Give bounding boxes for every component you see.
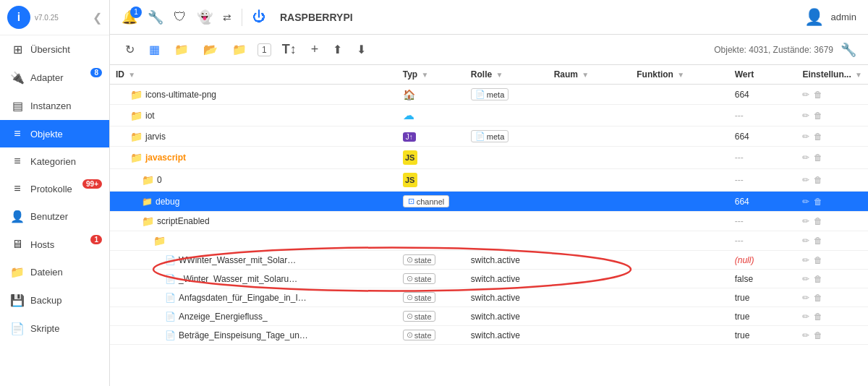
text-button[interactable]: T↕	[278, 40, 300, 59]
edit-icon[interactable]: ✏	[802, 293, 809, 303]
edit-icon[interactable]: ✏	[802, 132, 809, 142]
state-dot-icon: ⊙	[407, 293, 413, 302]
sidebar-item-dateien[interactable]: 📁 Dateien	[0, 258, 109, 286]
objekte-label: Objekte	[30, 129, 63, 140]
power-icon[interactable]: ⏻	[252, 9, 265, 25]
row-wert: 664	[729, 192, 797, 212]
sidebar-item-hosts[interactable]: 🖥 Hosts 1	[0, 231, 109, 258]
edit-icon[interactable]: ✏	[802, 197, 809, 207]
table-row[interactable]: 📁 debug ⊡ channel 664	[110, 192, 868, 212]
row-type: ⊡ channel	[397, 192, 465, 212]
delete-icon[interactable]: 🗑	[814, 153, 822, 163]
add-button[interactable]: +	[307, 40, 323, 59]
delete-icon[interactable]: 🗑	[814, 175, 822, 185]
row-actions: ✏🗑	[796, 126, 868, 147]
row-type	[397, 212, 465, 231]
table-row[interactable]: 📁 --- ✏🗑	[110, 231, 868, 251]
delete-icon[interactable]: 🗑	[814, 330, 822, 340]
edit-icon[interactable]: ✏	[802, 111, 809, 121]
col-funktion: Funktion ▼	[631, 65, 729, 85]
folder-icon: 📁	[130, 89, 142, 100]
logo-icon: i	[7, 6, 30, 29]
instanzen-icon: ▤	[10, 99, 25, 113]
row-wert: ---	[729, 147, 797, 169]
sidebar-item-skripte[interactable]: 📄 Skripte	[0, 314, 109, 343]
edit-icon[interactable]: ✏	[802, 216, 809, 226]
folder-blue-button[interactable]: 📁	[229, 40, 250, 59]
numbered-button[interactable]: 1	[258, 43, 271, 56]
sidebar-item-adapter[interactable]: 🔌 Adapter 8	[0, 64, 109, 92]
delete-icon[interactable]: 🗑	[814, 312, 822, 322]
table-row[interactable]: 📁 jarvis J↑ 📄 meta 664 ✏🗑	[110, 126, 868, 147]
row-raum	[548, 288, 631, 307]
state-badge: ⊙ state	[403, 311, 435, 322]
list-view-button[interactable]: ▦	[145, 40, 163, 59]
refresh-button[interactable]: ↻	[122, 40, 138, 59]
network-icon[interactable]: ⇄	[223, 12, 231, 23]
collapse-button[interactable]: ❮	[93, 11, 102, 25]
id-filter-icon[interactable]: ▼	[128, 71, 135, 79]
folder-view-button[interactable]: 📁	[171, 40, 192, 59]
folder-open-button[interactable]: 📂	[200, 40, 221, 59]
table-row[interactable]: 📄 _Winter_Wasser_mit_Solaru… ⊙ state swi…	[110, 270, 868, 288]
table-row[interactable]: 📁 scriptEnabled --- ✏🗑	[110, 212, 868, 231]
row-wert: true	[729, 307, 797, 326]
delete-icon[interactable]: 🗑	[814, 293, 822, 303]
delete-icon[interactable]: 🗑	[814, 274, 822, 284]
edit-icon[interactable]: ✏	[802, 330, 809, 340]
sidebar-item-objekte[interactable]: ≡ Objekte	[0, 120, 109, 147]
row-id: 📁 jarvis	[110, 126, 397, 147]
row-funktion	[631, 192, 729, 212]
sidebar-item-protokolle[interactable]: ≡ Protokolle 99+	[0, 175, 109, 202]
download-button[interactable]: ⬇	[353, 40, 370, 59]
edit-icon[interactable]: ✏	[802, 255, 809, 265]
table-row[interactable]: 📁 javascript JS --- ✏🗑	[110, 147, 868, 169]
ghost-icon[interactable]: 👻	[197, 9, 213, 25]
rolle-filter-icon[interactable]: ▼	[495, 71, 503, 79]
funktion-filter-icon[interactable]: ▼	[677, 71, 684, 79]
state-dot-icon: ⊙	[407, 274, 413, 283]
typ-filter-icon[interactable]: ▼	[421, 71, 428, 79]
edit-icon[interactable]: ✏	[802, 312, 809, 322]
channel-icon: ⊡	[408, 197, 414, 206]
skripte-label: Skripte	[30, 323, 59, 334]
sidebar-item-benutzer[interactable]: 👤 Benutzer	[0, 202, 109, 231]
table-row[interactable]: 📁 0 JS --- ✏🗑	[110, 169, 868, 192]
raum-filter-icon[interactable]: ▼	[582, 71, 589, 79]
delete-icon[interactable]: 🗑	[814, 216, 822, 226]
row-raum	[548, 169, 631, 192]
edit-icon[interactable]: ✏	[802, 153, 809, 163]
sidebar-item-backup[interactable]: 💾 Backup	[0, 286, 109, 314]
delete-icon[interactable]: 🗑	[814, 90, 822, 100]
sidebar-item-uebersicht[interactable]: ⊞ Übersicht	[0, 35, 109, 64]
edit-icon[interactable]: ✏	[802, 90, 809, 100]
row-role: switch.active	[465, 270, 548, 288]
delete-icon[interactable]: 🗑	[814, 111, 822, 121]
edit-icon[interactable]: ✏	[802, 274, 809, 284]
row-type: ⊙ state	[397, 307, 465, 326]
table-row[interactable]: 📄 WWinter_Wasser_mit_Solar… ⊙ state swit…	[110, 251, 868, 270]
einstellungen-filter-icon[interactable]: ▼	[855, 71, 862, 79]
sidebar-item-kategorien[interactable]: ≡ Kategorien	[0, 147, 109, 175]
delete-icon[interactable]: 🗑	[814, 255, 822, 265]
upload-button[interactable]: ⬆	[329, 40, 346, 59]
row-role	[465, 212, 548, 231]
wrench-icon[interactable]: 🔧	[148, 9, 163, 25]
table-row[interactable]: 📁 icons-ultimate-png 🏠 📄 meta 664 ✏🗑	[110, 85, 868, 105]
delete-icon[interactable]: 🗑	[814, 197, 822, 207]
shield-icon[interactable]: 🛡	[174, 9, 187, 25]
settings-icon[interactable]: 🔧	[841, 42, 856, 58]
delete-icon[interactable]: 🗑	[814, 236, 822, 246]
table-row[interactable]: 📄 Beträge_Einspeisung_Tage_un… ⊙ state s…	[110, 326, 868, 345]
edit-icon[interactable]: ✏	[802, 236, 809, 246]
table-row[interactable]: 📄 Anfagsdaten_für_Eingabe_in_I… ⊙ state …	[110, 288, 868, 307]
row-wert: 664	[729, 126, 797, 147]
row-role	[465, 192, 548, 212]
table-row[interactable]: 📁 iot ☁ --- ✏🗑	[110, 105, 868, 126]
row-actions: ✏🗑	[796, 326, 868, 345]
sidebar-item-instanzen[interactable]: ▤ Instanzen	[0, 92, 109, 120]
notification-button[interactable]: 🔔 1	[122, 9, 137, 25]
delete-icon[interactable]: 🗑	[814, 132, 822, 142]
table-row[interactable]: 📄 Anzeige_Energiefluss_ ⊙ state switch.a…	[110, 307, 868, 326]
edit-icon[interactable]: ✏	[802, 175, 809, 185]
